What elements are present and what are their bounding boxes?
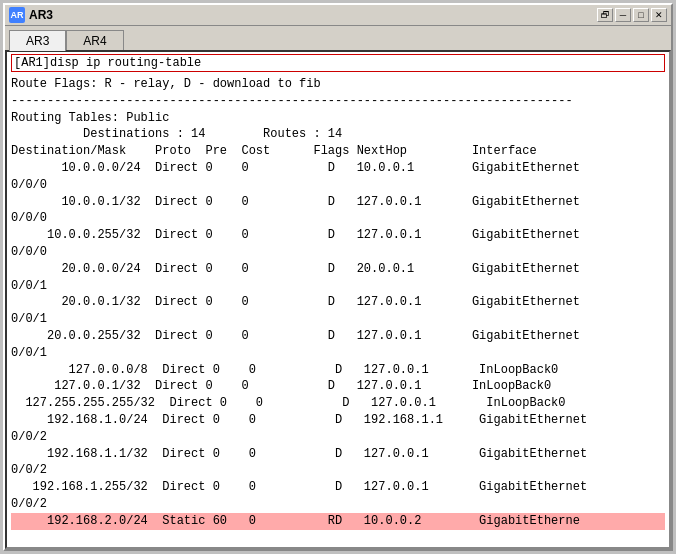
terminal-line: 192.168.1.0/24 Direct 0 0 D 192.168.1.1 … (11, 412, 665, 429)
window-title: AR3 (29, 8, 53, 22)
terminal-line: 0/0/0 (11, 244, 665, 261)
titlebar: AR AR3 🗗 ─ □ ✕ (5, 5, 671, 26)
terminal-line: ----------------------------------------… (11, 93, 665, 110)
terminal-line: 10.0.0.0/24 Direct 0 0 D 10.0.0.1 Gigabi… (11, 160, 665, 177)
terminal-line: 20.0.0.1/32 Direct 0 0 D 127.0.0.1 Gigab… (11, 294, 665, 311)
main-window: AR AR3 🗗 ─ □ ✕ AR3 AR4 Route Flags: R - … (3, 3, 673, 551)
close-button[interactable]: ✕ (651, 8, 667, 22)
minimize-button[interactable]: ─ (615, 8, 631, 22)
terminal-line: 0/0/1 (11, 345, 665, 362)
terminal-line: 20.0.0.255/32 Direct 0 0 D 127.0.0.1 Gig… (11, 328, 665, 345)
content-area: Route Flags: R - relay, D - download to … (5, 50, 671, 549)
terminal-line: 0/0/2 (11, 462, 665, 479)
terminal-output[interactable]: Route Flags: R - relay, D - download to … (7, 74, 669, 547)
terminal-line: 0/0/1 (11, 278, 665, 295)
terminal-line: 127.0.0.1/32 Direct 0 0 D 127.0.0.1 InLo… (11, 378, 665, 395)
terminal-line: 192.168.1.1/32 Direct 0 0 D 127.0.0.1 Gi… (11, 446, 665, 463)
terminal-line: 0/0/2 (11, 496, 665, 513)
command-input[interactable] (11, 54, 665, 72)
terminal-line: 127.255.255.255/32 Direct 0 0 D 127.0.0.… (11, 395, 665, 412)
terminal-line: 0/0/2 (11, 429, 665, 446)
terminal-line: 127.0.0.0/8 Direct 0 0 D 127.0.0.1 InLoo… (11, 362, 665, 379)
terminal-line: 192.168.1.255/32 Direct 0 0 D 127.0.0.1 … (11, 479, 665, 496)
terminal-line: Route Flags: R - relay, D - download to … (11, 76, 665, 93)
terminal-line: 0/0/1 (11, 311, 665, 328)
terminal-line: 0/0/0 (11, 210, 665, 227)
restore-button[interactable]: 🗗 (597, 8, 613, 22)
terminal-line: Destination/Mask Proto Pre Cost Flags Ne… (11, 143, 665, 160)
titlebar-left: AR AR3 (9, 7, 53, 23)
terminal-line: 0/0/0 (11, 177, 665, 194)
terminal-line: Destinations : 14 Routes : 14 (11, 126, 665, 143)
tab-bar: AR3 AR4 (5, 26, 671, 50)
command-bar (7, 52, 669, 74)
terminal-line: Routing Tables: Public (11, 110, 665, 127)
terminal-line: 10.0.0.255/32 Direct 0 0 D 127.0.0.1 Gig… (11, 227, 665, 244)
app-icon: AR (9, 7, 25, 23)
terminal-line: 10.0.0.1/32 Direct 0 0 D 127.0.0.1 Gigab… (11, 194, 665, 211)
terminal-line: 20.0.0.0/24 Direct 0 0 D 20.0.0.1 Gigabi… (11, 261, 665, 278)
tab-ar4[interactable]: AR4 (66, 30, 123, 51)
tab-ar3[interactable]: AR3 (9, 30, 66, 51)
terminal-line: 192.168.2.0/24 Static 60 0 RD 10.0.0.2 G… (11, 513, 665, 530)
maximize-button[interactable]: □ (633, 8, 649, 22)
titlebar-controls: 🗗 ─ □ ✕ (597, 8, 667, 22)
